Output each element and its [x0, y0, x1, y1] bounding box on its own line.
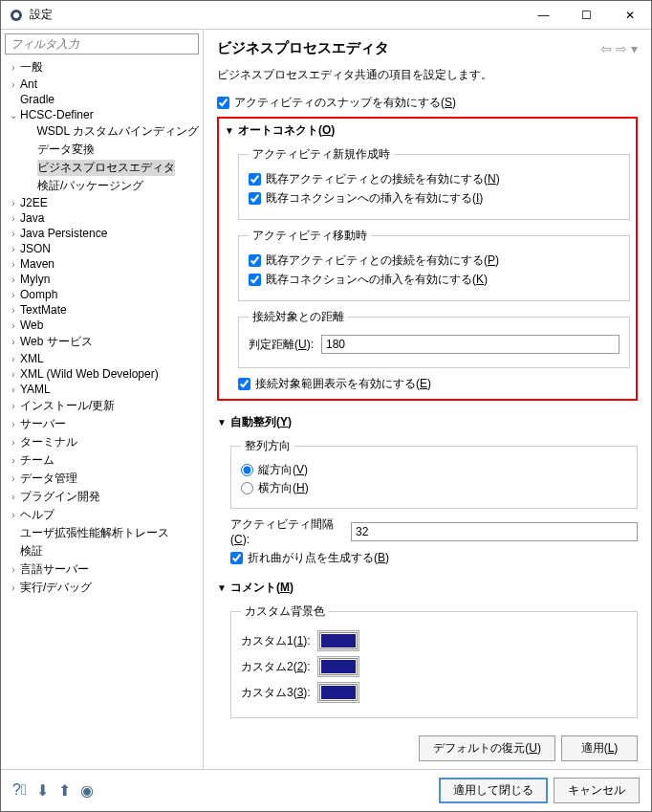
gap-input[interactable] [351, 522, 638, 541]
distance-title: 接続対象との距離 [249, 309, 348, 325]
custom2-color-button[interactable] [317, 656, 359, 677]
minimize-button[interactable]: — [522, 1, 565, 29]
new-conn-checkbox[interactable] [249, 173, 261, 186]
cancel-button[interactable]: キャンセル [554, 778, 640, 803]
chevron-down-icon[interactable]: ⌄ [7, 110, 20, 121]
new-ins-checkbox[interactable] [249, 192, 261, 205]
chevron-right-icon[interactable]: › [7, 337, 20, 347]
tree-item-label: 一般 [20, 59, 43, 76]
chevron-right-icon[interactable]: › [7, 473, 20, 484]
tree-item-label: ターミナル [20, 434, 77, 450]
caret-down-icon[interactable]: ▼ [217, 582, 227, 593]
restore-defaults-button[interactable]: デフォルトの復元(U) [419, 735, 555, 761]
horizontal-radio[interactable] [241, 482, 253, 494]
tree-item[interactable]: ›Web [5, 318, 199, 333]
tree-item[interactable]: ›一般 [5, 58, 199, 77]
apply-close-button[interactable]: 適用して閉じる [439, 778, 548, 803]
help-icon[interactable]: ?⃝ [12, 781, 27, 800]
forward-icon[interactable]: ⇨ [616, 41, 627, 56]
tree-item[interactable]: ›プラグイン開発 [5, 488, 199, 506]
oomph-icon[interactable]: ◉ [80, 781, 94, 800]
filter-input[interactable] [5, 33, 199, 55]
custom3-label: カスタム3(3): [241, 685, 317, 701]
tree-item[interactable]: ›XML [5, 351, 199, 366]
tree-item[interactable]: ›インストール/更新 [5, 397, 199, 415]
back-icon[interactable]: ⇦ [600, 41, 612, 56]
custom3-color-button[interactable] [317, 682, 359, 703]
tree-item[interactable]: ›データ管理 [5, 470, 199, 488]
tree-item[interactable]: ›TextMate [5, 302, 199, 318]
tree-item[interactable]: ›Java [5, 210, 199, 226]
tree-item[interactable]: ›サーバー [5, 415, 199, 433]
chevron-right-icon[interactable]: › [7, 244, 20, 254]
tree-item[interactable]: データ変換 [5, 141, 199, 159]
tree-item-label: Mylyn [20, 273, 50, 286]
tree-item[interactable]: ›チーム [5, 451, 199, 470]
tree-item-label: J2EE [20, 196, 48, 209]
chevron-right-icon[interactable]: › [7, 290, 20, 300]
tree-item[interactable]: 検証 [5, 542, 199, 560]
range-checkbox[interactable] [238, 378, 250, 390]
menu-icon[interactable]: ▾ [631, 41, 638, 56]
tree-item[interactable]: ›ヘルプ [5, 506, 199, 524]
chevron-right-icon[interactable]: › [7, 455, 20, 466]
tree-item-label: Gradle [20, 93, 54, 106]
tree-item[interactable]: ›JSON [5, 241, 199, 256]
custom1-color-button[interactable] [317, 630, 359, 651]
tree-item[interactable]: ›XML (Wild Web Developer) [5, 366, 199, 382]
tree-item[interactable]: 検証/パッケージング [5, 177, 199, 195]
page-title: ビジネスプロセスエディタ [217, 39, 600, 57]
caret-down-icon[interactable]: ▼ [225, 125, 234, 136]
chevron-right-icon[interactable]: › [7, 198, 20, 208]
chevron-right-icon[interactable]: › [7, 369, 20, 380]
move-ins-checkbox[interactable] [249, 274, 261, 286]
export-icon[interactable]: ⬆ [58, 781, 71, 800]
chevron-right-icon[interactable]: › [7, 401, 20, 411]
import-icon[interactable]: ⬇ [36, 781, 49, 800]
tree-item[interactable]: ›J2EE [5, 195, 199, 210]
distance-input[interactable] [321, 335, 619, 354]
caret-down-icon[interactable]: ▼ [217, 417, 227, 428]
tree-item-label: 言語サーバー [20, 561, 89, 578]
chevron-right-icon[interactable]: › [7, 510, 20, 520]
maximize-button[interactable]: ☐ [565, 1, 608, 29]
tree-item[interactable]: ›Java Persistence [5, 226, 199, 241]
tree-item[interactable]: ビジネスプロセスエディタ [5, 159, 199, 177]
chevron-right-icon[interactable]: › [7, 492, 20, 502]
tree-item-label: インストール/更新 [20, 398, 115, 414]
chevron-right-icon[interactable]: › [7, 320, 20, 331]
tree-item[interactable]: ›Mylyn [5, 272, 199, 287]
chevron-right-icon[interactable]: › [7, 305, 20, 316]
chevron-right-icon[interactable]: › [7, 354, 20, 364]
tree-item[interactable]: ›ターミナル [5, 433, 199, 451]
tree-item[interactable]: WSDL カスタムバインディング [5, 122, 199, 141]
tree-item[interactable]: ›実行/デバッグ [5, 579, 199, 597]
chevron-right-icon[interactable]: › [7, 384, 20, 395]
chevron-right-icon[interactable]: › [7, 259, 20, 270]
chevron-right-icon[interactable]: › [7, 582, 20, 593]
chevron-right-icon[interactable]: › [7, 229, 20, 239]
chevron-right-icon[interactable]: › [7, 564, 20, 575]
snap-checkbox[interactable] [217, 97, 229, 109]
move-conn-checkbox[interactable] [249, 254, 261, 267]
tree-item[interactable]: ›Ant [5, 77, 199, 92]
tree-item[interactable]: ›YAML [5, 382, 199, 397]
tree-item[interactable]: ⌄HCSC-Definer [5, 107, 199, 122]
chevron-right-icon[interactable]: › [7, 437, 20, 448]
chevron-right-icon[interactable]: › [7, 79, 20, 90]
tree-item[interactable]: ›Web サービス [5, 333, 199, 351]
tree-item[interactable]: ユーザ拡張性能解析トレース [5, 524, 199, 542]
tree-item[interactable]: ›Oomph [5, 287, 199, 302]
chevron-right-icon[interactable]: › [7, 62, 20, 73]
tree-item[interactable]: ›言語サーバー [5, 560, 199, 579]
tree-item[interactable]: ›Maven [5, 256, 199, 272]
gap-label: アクティビティ間隔(C): [230, 516, 343, 546]
chevron-right-icon[interactable]: › [7, 213, 20, 224]
vertical-radio[interactable] [241, 464, 253, 476]
chevron-right-icon[interactable]: › [7, 419, 20, 429]
apply-button[interactable]: 適用(L) [561, 735, 638, 761]
chevron-right-icon[interactable]: › [7, 274, 20, 285]
tree-item[interactable]: Gradle [5, 92, 199, 107]
bend-checkbox[interactable] [230, 552, 243, 564]
close-button[interactable]: ✕ [608, 1, 651, 29]
